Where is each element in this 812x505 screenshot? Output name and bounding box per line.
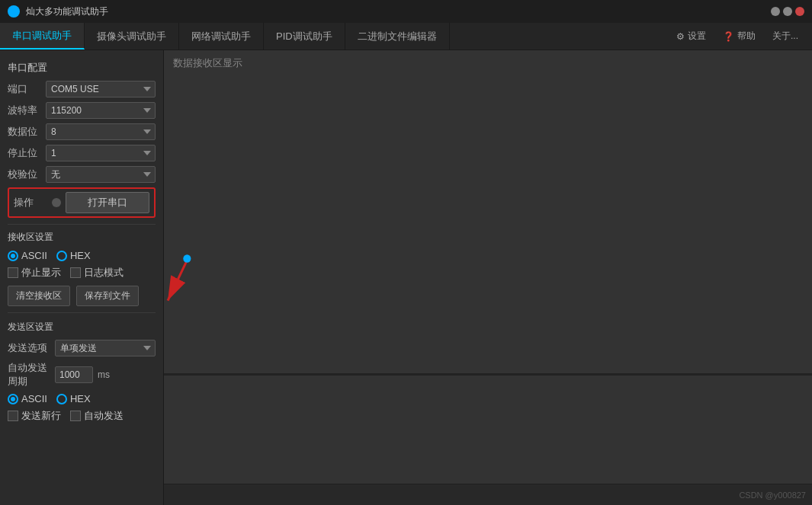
receive-hex-radio[interactable]: HEX <box>56 250 91 261</box>
receive-hex-label: HEX <box>70 250 91 261</box>
parity-label: 校验位 <box>8 168 41 181</box>
baud-select[interactable]: 115200 <box>46 102 156 119</box>
tab-serial[interactable]: 串口调试助手 <box>0 23 85 50</box>
gear-icon: ⚙ <box>676 31 685 42</box>
receive-settings-title: 接收区设置 <box>8 231 156 244</box>
arrow-annotation <box>164 50 812 373</box>
about-action[interactable]: 关于... <box>765 27 806 46</box>
send-ascii-radio[interactable]: ASCII <box>8 393 47 404</box>
send-panel: CSDN @y000827 <box>164 376 812 505</box>
tab-binary-label: 二进制文件编辑器 <box>358 30 437 43</box>
tab-bar-actions: ⚙ 设置 ❓ 帮助 关于... <box>669 23 812 50</box>
receive-hex-circle <box>56 251 67 261</box>
open-port-button[interactable]: 打开串口 <box>66 192 149 213</box>
send-option-label: 发送选项 <box>8 341 50 355</box>
stopbits-select[interactable]: 1 <box>46 145 156 161</box>
receive-options-row: 停止显示 日志模式 <box>8 266 156 280</box>
about-label: 关于... <box>772 30 798 43</box>
settings-action[interactable]: ⚙ 设置 <box>669 27 714 46</box>
csdn-watermark: CSDN @y000827 <box>739 491 806 500</box>
auto-send-checkbox[interactable]: 自动发送 <box>70 409 124 423</box>
divider-2 <box>8 312 156 313</box>
tab-camera-label: 摄像头调试助手 <box>97 30 166 43</box>
svg-point-2 <box>183 254 191 263</box>
close-button[interactable] <box>795 7 804 16</box>
ms-label: ms <box>98 369 110 380</box>
operation-label: 操作 <box>14 196 47 209</box>
help-label: 帮助 <box>737 30 756 43</box>
port-status-dot <box>52 198 61 207</box>
main-layout: 串口配置 端口 COM5 USE 波特率 115200 数据位 8 停止位 1 <box>0 50 812 505</box>
receive-ascii-radio[interactable]: ASCII <box>8 250 47 261</box>
title-bar-title: 灿大多功能调试助手 <box>26 5 108 18</box>
log-mode-box <box>70 267 81 278</box>
svg-line-1 <box>168 260 187 301</box>
newline-checkbox[interactable]: 发送新行 <box>8 409 61 423</box>
baud-row: 波特率 115200 <box>8 102 156 119</box>
auto-send-label: 自动发送 <box>84 409 124 423</box>
help-action[interactable]: ❓ 帮助 <box>715 27 763 46</box>
send-options-row: 发送新行 自动发送 <box>8 409 156 423</box>
auto-period-row: 自动发送周期 ms <box>8 361 156 388</box>
send-input[interactable] <box>170 490 733 500</box>
title-bar: 灿大多功能调试助手 <box>0 0 812 23</box>
auto-period-label: 自动发送周期 <box>8 361 50 388</box>
tab-network-label: 网络调试助手 <box>191 30 251 43</box>
databits-label: 数据位 <box>8 125 41 139</box>
app-icon <box>8 5 20 18</box>
parity-select[interactable]: 无 <box>46 166 156 183</box>
port-label: 端口 <box>8 82 41 96</box>
send-option-select[interactable]: 单项发送 <box>55 340 156 356</box>
port-row: 端口 COM5 USE <box>8 81 156 97</box>
tab-pid-label: PID调试助手 <box>276 30 332 43</box>
receive-panel: 数据接收区显示 <box>164 50 812 376</box>
stopbits-row: 停止位 1 <box>8 145 156 161</box>
divider-1 <box>8 224 156 225</box>
send-hex-radio[interactable]: HEX <box>56 393 91 404</box>
title-bar-controls <box>771 7 804 16</box>
tab-serial-label: 串口调试助手 <box>12 29 72 43</box>
sidebar: 串口配置 端口 COM5 USE 波特率 115200 数据位 8 停止位 1 <box>0 50 164 505</box>
send-bottom-bar: CSDN @y000827 <box>164 484 812 505</box>
auto-send-box <box>70 411 81 421</box>
send-option-row: 发送选项 单项发送 <box>8 340 156 356</box>
stop-display-box <box>8 267 18 278</box>
tab-camera[interactable]: 摄像头调试助手 <box>85 23 179 50</box>
save-to-file-button[interactable]: 保存到文件 <box>76 286 139 306</box>
databits-select[interactable]: 8 <box>46 123 156 140</box>
open-port-row: 操作 打开串口 <box>8 187 156 218</box>
send-hex-circle <box>56 394 67 404</box>
receive-ascii-label: ASCII <box>21 250 47 261</box>
auto-period-input[interactable] <box>55 366 93 383</box>
receive-area-label: 数据接收区显示 <box>173 56 242 70</box>
send-settings-title: 发送区设置 <box>8 321 156 334</box>
receive-ascii-circle <box>8 251 18 261</box>
minimize-button[interactable] <box>771 7 780 16</box>
tab-pid[interactable]: PID调试助手 <box>264 23 345 50</box>
send-settings: 发送区设置 发送选项 单项发送 自动发送周期 ms ASCII <box>8 321 156 423</box>
parity-row: 校验位 无 <box>8 166 156 183</box>
send-ascii-circle <box>8 394 18 404</box>
send-ascii-label: ASCII <box>21 393 47 404</box>
maximize-button[interactable] <box>783 7 792 16</box>
help-icon: ❓ <box>723 31 734 42</box>
stop-display-checkbox[interactable]: 停止显示 <box>8 266 61 280</box>
tab-binary[interactable]: 二进制文件编辑器 <box>345 23 450 50</box>
clear-receive-button[interactable]: 清空接收区 <box>8 286 70 306</box>
log-mode-checkbox[interactable]: 日志模式 <box>70 266 124 280</box>
port-select[interactable]: COM5 USE <box>46 81 156 97</box>
log-mode-label: 日志模式 <box>84 266 124 280</box>
settings-label: 设置 <box>688 30 706 43</box>
tab-bar: 串口调试助手 摄像头调试助手 网络调试助手 PID调试助手 二进制文件编辑器 ⚙… <box>0 23 812 50</box>
content-area: 数据接收区显示 CSDN @y000827 <box>164 50 812 505</box>
title-bar-left: 灿大多功能调试助手 <box>8 5 108 18</box>
tab-network[interactable]: 网络调试助手 <box>179 23 264 50</box>
stop-display-label: 停止显示 <box>21 266 61 280</box>
baud-label: 波特率 <box>8 104 41 117</box>
send-hex-label: HEX <box>70 393 91 404</box>
send-format-row: ASCII HEX <box>8 393 156 404</box>
databits-row: 数据位 8 <box>8 123 156 140</box>
receive-action-row: 清空接收区 保存到文件 <box>8 286 156 306</box>
stopbits-label: 停止位 <box>8 146 41 160</box>
receive-format-row: ASCII HEX <box>8 250 156 261</box>
